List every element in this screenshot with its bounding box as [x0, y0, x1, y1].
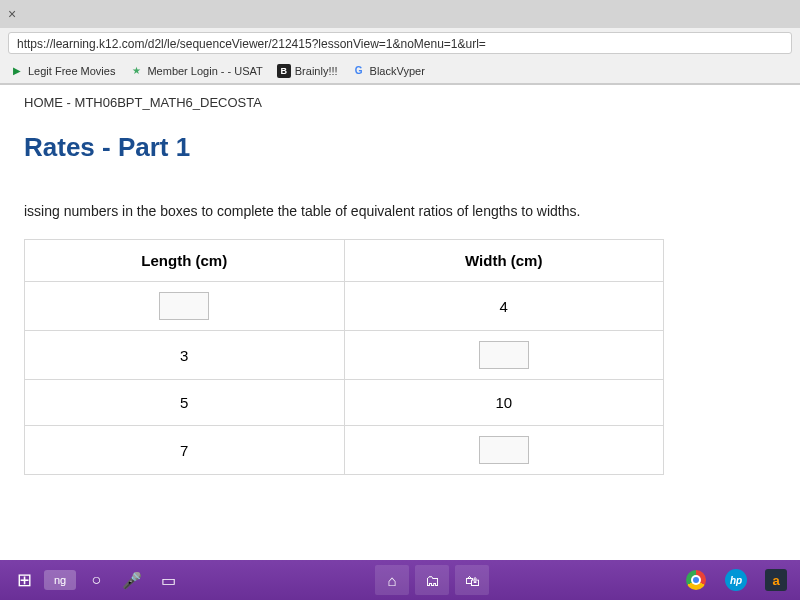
cortana-icon[interactable]: ○: [80, 564, 112, 596]
bookmark-legit-free-movies[interactable]: ▶ Legit Free Movies: [10, 64, 115, 78]
chrome-icon[interactable]: [680, 564, 712, 596]
column-header-length: Length (cm): [25, 240, 345, 282]
width-cell: 10: [344, 380, 664, 426]
bookmark-label: Member Login - - USAT: [147, 65, 262, 77]
width-input[interactable]: [479, 341, 529, 369]
width-cell: [344, 426, 664, 475]
mic-icon[interactable]: 🎤: [116, 564, 148, 596]
width-cell: 4: [344, 282, 664, 331]
width-input[interactable]: [479, 436, 529, 464]
home-icon[interactable]: ⌂: [375, 565, 409, 595]
page-title: Rates - Part 1: [24, 132, 776, 163]
table-row: 5 10: [25, 380, 664, 426]
ratio-table: Length (cm) Width (cm) 4 3 5 10: [24, 239, 664, 475]
google-icon: G: [352, 64, 366, 78]
play-icon: ▶: [10, 64, 24, 78]
brainly-icon: B: [277, 64, 291, 78]
bookmark-brainly[interactable]: B Brainly!!!: [277, 64, 338, 78]
bookmarks-bar: ▶ Legit Free Movies ★ Member Login - - U…: [0, 58, 800, 84]
bookmark-blackvyper[interactable]: G BlackVyper: [352, 64, 425, 78]
star-icon: ★: [129, 64, 143, 78]
tab-bar: ×: [0, 0, 800, 28]
length-cell: 7: [25, 426, 345, 475]
breadcrumb[interactable]: HOME - MTH06BPT_MATH6_DECOSTA: [24, 95, 776, 110]
table-row: 4: [25, 282, 664, 331]
table-row: 7: [25, 426, 664, 475]
length-input[interactable]: [159, 292, 209, 320]
table-row: 3: [25, 331, 664, 380]
bookmark-label: Brainly!!!: [295, 65, 338, 77]
windows-start-icon[interactable]: ⊞: [8, 564, 40, 596]
store-icon[interactable]: 🛍: [455, 565, 489, 595]
page-content: HOME - MTH06BPT_MATH6_DECOSTA Rates - Pa…: [0, 85, 800, 560]
file-explorer-icon[interactable]: 🗂: [415, 565, 449, 595]
amazon-icon[interactable]: a: [760, 564, 792, 596]
length-cell: 3: [25, 331, 345, 380]
taskbar-search[interactable]: ng: [44, 570, 76, 590]
browser-chrome: × https://learning.k12.com/d2l/le/sequen…: [0, 0, 800, 85]
length-cell: [25, 282, 345, 331]
address-bar: https://learning.k12.com/d2l/le/sequence…: [0, 28, 800, 58]
column-header-width: Width (cm): [344, 240, 664, 282]
instruction-text: issing numbers in the boxes to complete …: [24, 203, 776, 219]
length-cell: 5: [25, 380, 345, 426]
taskbar: ⊞ ng ○ 🎤 ▭ ⌂ 🗂 🛍 hp a: [0, 560, 800, 600]
bookmark-member-login[interactable]: ★ Member Login - - USAT: [129, 64, 262, 78]
close-icon[interactable]: ×: [4, 6, 20, 22]
bookmark-label: BlackVyper: [370, 65, 425, 77]
hp-icon[interactable]: hp: [720, 564, 752, 596]
bookmark-label: Legit Free Movies: [28, 65, 115, 77]
url-input[interactable]: https://learning.k12.com/d2l/le/sequence…: [8, 32, 792, 54]
width-cell: [344, 331, 664, 380]
task-view-icon[interactable]: ▭: [152, 564, 184, 596]
